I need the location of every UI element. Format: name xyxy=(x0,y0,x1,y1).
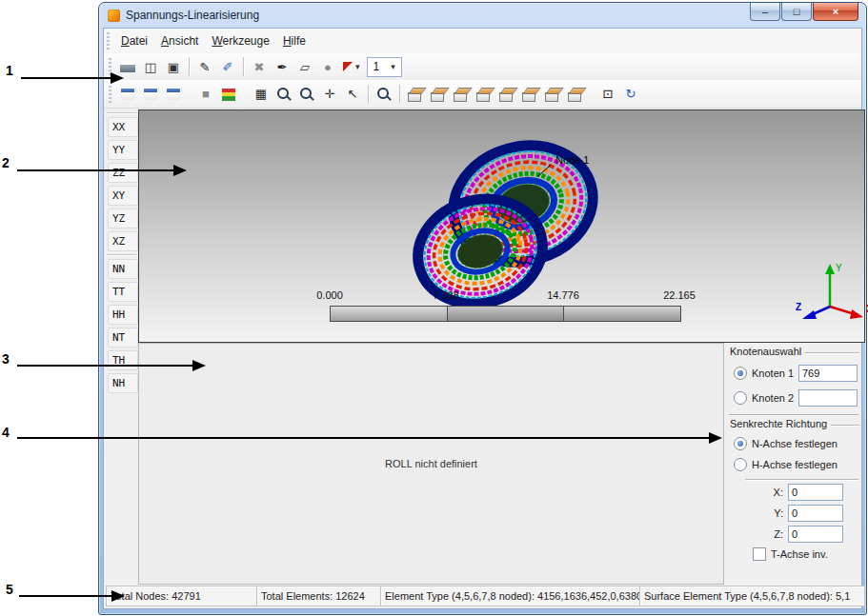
t-axis-inv-checkbox[interactable] xyxy=(753,547,766,561)
component-nt[interactable]: NT xyxy=(108,328,138,348)
callout-2: 2 xyxy=(2,155,10,170)
status-total-nodes: Total Nodes: 42791 xyxy=(106,586,258,606)
app-icon xyxy=(108,10,120,22)
y-row: Y: xyxy=(726,505,861,522)
magnifier-icon[interactable] xyxy=(373,85,394,104)
color-flag-icon[interactable] xyxy=(343,62,353,71)
scale-tick-0: 0.000 xyxy=(296,289,363,301)
sidebar-separator xyxy=(107,112,136,113)
toolbar-gap xyxy=(185,93,194,94)
statusbar: Total Nodes: 42791 Total Elements: 12624… xyxy=(104,585,861,608)
group-rule xyxy=(805,352,859,353)
knoten1-row: Knoten 1 xyxy=(726,363,861,384)
zoom-in-icon[interactable] xyxy=(273,85,294,104)
component-sidebar: XX YY ZZ XY YZ XZ NN TT HH NT TH NH xyxy=(107,109,136,396)
color-flag-dropdown-arrow[interactable]: ▾ xyxy=(355,62,360,71)
menu-ansicht[interactable]: Ansicht xyxy=(154,31,205,50)
t-inv-row: T-Achse inv. xyxy=(726,546,861,562)
knoten2-radio[interactable] xyxy=(734,391,747,405)
titlebar[interactable]: Spannungs-Linearisierung – □ × xyxy=(99,3,866,28)
knoten2-input[interactable] xyxy=(798,389,858,407)
print-icon[interactable] xyxy=(117,57,138,76)
h-axis-row: H-Achse festlegen xyxy=(726,456,861,473)
x-label: X: xyxy=(734,487,788,498)
print-preview-icon[interactable]: ◫ xyxy=(140,57,161,76)
zoom-window-icon[interactable] xyxy=(296,85,317,104)
view-back-icon[interactable] xyxy=(428,85,449,104)
view-number-dropdown[interactable]: 1 ▾ xyxy=(367,57,402,77)
pointer-icon[interactable]: ↖ xyxy=(342,85,363,104)
view-left-icon[interactable] xyxy=(451,85,472,104)
window-title: Spannungs-Linearisierung xyxy=(126,9,259,22)
knoten1-input[interactable] xyxy=(798,365,858,382)
properties-icon[interactable]: ▣ xyxy=(163,57,184,76)
component-zz[interactable]: ZZ xyxy=(108,163,138,183)
new-view-window-icon[interactable] xyxy=(117,85,138,104)
x-row: X: xyxy=(726,484,861,501)
view-right-icon[interactable] xyxy=(474,85,495,104)
component-hh[interactable]: HH xyxy=(108,305,138,325)
z-row: Z: xyxy=(726,526,861,543)
component-th[interactable]: TH xyxy=(108,350,138,370)
n-axis-radio[interactable] xyxy=(734,437,747,450)
scale-tick-2: 14.776 xyxy=(530,289,596,301)
toolbar-separator xyxy=(399,85,400,104)
tile-windows-icon[interactable] xyxy=(140,85,161,104)
window-controls: – □ × xyxy=(749,3,858,21)
scale-segment xyxy=(564,307,680,321)
h-axis-radio[interactable] xyxy=(734,458,747,471)
x-input[interactable] xyxy=(788,484,843,501)
direction-group-label: Senkrechte Richtung xyxy=(730,418,827,429)
y-input[interactable] xyxy=(788,505,843,522)
wireframe-mesh-icon[interactable]: ▦ xyxy=(251,85,272,104)
z-input[interactable] xyxy=(788,526,843,543)
close-button[interactable]: × xyxy=(813,3,858,21)
solid-gray-icon[interactable]: ■ xyxy=(195,85,216,104)
ink-pen-icon[interactable]: ✒ xyxy=(272,57,293,76)
rotate-view-icon[interactable]: ↻ xyxy=(620,85,641,104)
menu-werkzeuge[interactable]: Werkzeuge xyxy=(205,31,275,50)
component-nh[interactable]: NH xyxy=(108,373,138,393)
view-iso-icon[interactable] xyxy=(542,85,563,104)
contour-colors-icon[interactable] xyxy=(218,85,239,104)
minimize-button[interactable]: – xyxy=(750,3,780,21)
scale-tick-1: 7.388 xyxy=(413,289,479,301)
component-xy[interactable]: XY xyxy=(108,186,138,206)
view-iso2-icon[interactable] xyxy=(565,85,586,104)
view-front-icon[interactable] xyxy=(405,85,426,104)
pick-pen-icon[interactable]: ✐ xyxy=(217,57,238,76)
plane-icon[interactable]: ▱ xyxy=(294,57,315,76)
menu-hilfe[interactable]: Hilfe xyxy=(276,31,313,50)
cascade-windows-icon[interactable] xyxy=(163,85,184,104)
pan-icon[interactable]: ✛ xyxy=(319,85,340,104)
menubar-grip xyxy=(107,32,110,50)
callout-3: 3 xyxy=(2,351,10,367)
toolbar-standard: ◫ ▣ ✎ ✐ ✖ ✒ ▱ ● ▾ 1 ▾ xyxy=(104,53,861,81)
axis-triad: Y X Z xyxy=(795,253,868,328)
view-number-value: 1 xyxy=(372,60,390,73)
erase-icon[interactable]: ✖ xyxy=(249,57,270,76)
component-xz[interactable]: XZ xyxy=(108,231,138,251)
h-axis-label: H-Achse festlegen xyxy=(752,459,838,470)
toolbar-view: ■ ▦ ✛ ↖ ⊡ ↻ xyxy=(104,80,861,109)
sphere-icon[interactable]: ● xyxy=(317,57,338,76)
fit-view-icon[interactable]: ⊡ xyxy=(597,85,618,104)
knoten2-row: Knoten 2 xyxy=(726,387,861,408)
view-bottom-icon[interactable] xyxy=(519,85,540,104)
scale-tick-3: 22.165 xyxy=(646,289,713,301)
knoten1-radio[interactable] xyxy=(734,367,747,380)
component-yy[interactable]: YY xyxy=(108,140,138,160)
component-yz[interactable]: YZ xyxy=(108,209,138,229)
maximize-button[interactable]: □ xyxy=(781,3,812,21)
component-tt[interactable]: TT xyxy=(108,282,138,302)
control-panel: Knotenauswahl Knoten 1 Knoten 2 Senkrech… xyxy=(726,343,861,583)
probe-pen-icon[interactable]: ✎ xyxy=(194,57,215,76)
menu-datei[interactable]: Datei xyxy=(114,31,154,50)
component-xx[interactable]: XX xyxy=(108,117,138,137)
node-1-label: Node 1 xyxy=(555,154,589,166)
node-group-label: Knotenauswahl xyxy=(730,346,801,357)
view-top-icon[interactable] xyxy=(496,85,517,104)
n-axis-row: N-Achse festlegen xyxy=(726,435,861,452)
component-nn[interactable]: NN xyxy=(108,259,138,279)
viewport-3d[interactable]: Node 1 0.000 7.388 14.776 22.165 xyxy=(138,109,865,343)
